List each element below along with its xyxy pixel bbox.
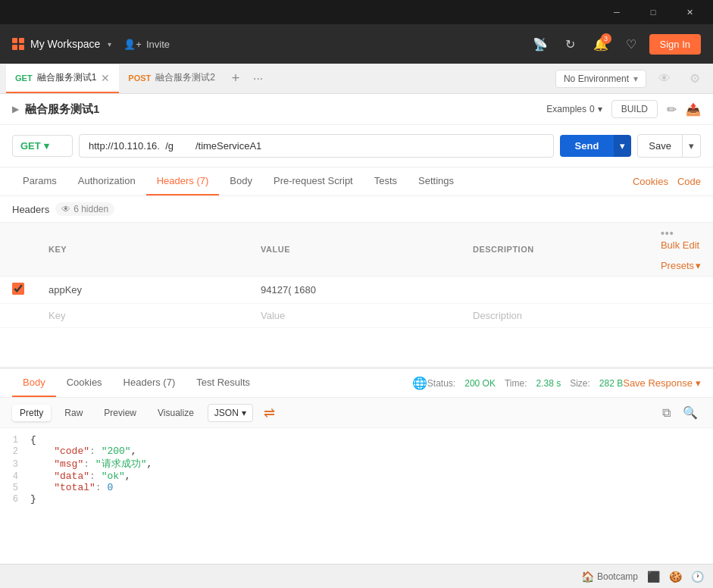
method-selector[interactable]: GET ▾: [12, 135, 73, 157]
col-check-header: [0, 223, 36, 277]
resp-tab-body[interactable]: Body: [12, 369, 56, 397]
presets-button[interactable]: Presets ▾: [661, 260, 701, 271]
console-button[interactable]: ⬛: [647, 571, 660, 583]
settings-icon-button[interactable]: ⚙: [683, 67, 707, 91]
cookie-jar-button[interactable]: 🍪: [669, 571, 682, 583]
row-desc-cell[interactable]: [461, 277, 649, 304]
edit-icon[interactable]: ✏: [667, 102, 677, 117]
format-type-label: JSON: [214, 408, 239, 418]
tab-close-icon[interactable]: ✕: [101, 73, 110, 83]
workspace-label: My Workspace: [30, 38, 100, 50]
environment-selector[interactable]: No Environment ▾: [555, 70, 646, 88]
save-dropdown-icon: ▾: [689, 140, 694, 152]
environment-chevron-icon: ▾: [633, 74, 638, 84]
bulk-edit-button[interactable]: Bulk Edit: [661, 239, 699, 251]
code-link[interactable]: Code: [677, 168, 701, 195]
more-tabs-button[interactable]: ···: [247, 69, 269, 89]
word-wrap-button[interactable]: ⇌: [259, 403, 280, 423]
workspace-icon: [12, 38, 24, 50]
row-checkbox[interactable]: [12, 283, 24, 295]
save-button[interactable]: Save: [637, 134, 683, 158]
tab-get-test1[interactable]: GET 融合服务测试1 ✕: [6, 64, 119, 93]
send-button[interactable]: Send: [560, 135, 614, 157]
tab-params[interactable]: Params: [12, 167, 67, 195]
cookies-link[interactable]: Cookies: [633, 168, 668, 195]
tab-post-test2[interactable]: POST 融合服务测试2: [119, 64, 224, 93]
request-name-toggle-icon[interactable]: ▶: [12, 104, 19, 114]
eye-icon-button[interactable]: 👁: [652, 67, 677, 91]
tab-tests[interactable]: Tests: [364, 167, 408, 195]
format-type-chevron-icon: ▾: [242, 408, 246, 418]
tab-authorization[interactable]: Authorization: [67, 167, 146, 195]
minimize-button[interactable]: ─: [599, 0, 634, 24]
headers-section: Headers 👁 6 hidden KEY VALUE DESCRIPTION…: [0, 196, 713, 367]
tab-headers[interactable]: Headers (7): [146, 167, 220, 195]
sign-in-button[interactable]: Sign In: [649, 34, 701, 55]
line-content-6: }: [30, 493, 36, 505]
tab-prerequest[interactable]: Pre-request Script: [263, 167, 364, 195]
format-preview-button[interactable]: Preview: [96, 405, 144, 421]
signal-icon-button[interactable]: 📡: [528, 32, 552, 56]
history-button[interactable]: 🕐: [691, 571, 704, 583]
headers-table: KEY VALUE DESCRIPTION ••• Bulk Edit Pres…: [0, 223, 713, 328]
resp-tab-test-results[interactable]: Test Results: [186, 369, 261, 397]
send-dropdown-icon: ▾: [620, 140, 625, 152]
new-row-key-cell[interactable]: Key: [36, 304, 249, 328]
resp-tab-headers[interactable]: Headers (7): [113, 369, 186, 397]
line-number-4: 4: [0, 471, 30, 482]
new-row-value-cell[interactable]: Value: [249, 304, 461, 328]
maximize-button[interactable]: □: [636, 0, 671, 24]
send-dropdown-button[interactable]: ▾: [614, 135, 631, 157]
new-tab-button[interactable]: +: [224, 67, 247, 90]
new-row-actions-cell: [649, 304, 713, 328]
build-button[interactable]: BUILD: [611, 100, 658, 118]
new-desc-placeholder: Description: [473, 310, 522, 321]
environment-label: No Environment: [564, 74, 629, 84]
heart-icon: ♡: [626, 37, 636, 52]
eye-hidden-icon: 👁: [61, 204, 70, 214]
heart-icon-button[interactable]: ♡: [619, 32, 643, 56]
invite-button[interactable]: 👤+ Invite: [124, 39, 170, 50]
time-value: 2.38 s: [536, 378, 561, 389]
share-icon[interactable]: 📤: [686, 102, 701, 117]
refresh-icon-button[interactable]: ↻: [558, 32, 583, 56]
format-raw-button[interactable]: Raw: [57, 405, 90, 421]
tab-settings[interactable]: Settings: [408, 167, 464, 195]
cookie-icon: 🍪: [669, 571, 682, 583]
format-pretty-button[interactable]: Pretty: [12, 405, 51, 421]
save-response-button[interactable]: Save Response ▾: [623, 377, 701, 389]
line-content-3: "msg": "请求成功",: [30, 457, 152, 471]
close-button[interactable]: ✕: [672, 0, 707, 24]
eye-icon: 👁: [658, 72, 671, 86]
line-number-6: 6: [0, 494, 30, 505]
line-number-5: 5: [0, 483, 30, 493]
size-label: Size:: [570, 378, 590, 389]
hidden-headers-toggle[interactable]: 👁 6 hidden: [55, 202, 114, 216]
new-row-desc-cell[interactable]: Description: [461, 304, 649, 328]
history-icon: 🕐: [691, 571, 704, 583]
examples-button[interactable]: Examples 0 ▾: [546, 104, 602, 114]
row-key-cell[interactable]: appKey: [36, 277, 249, 304]
col-value-header: VALUE: [249, 223, 461, 277]
table-row-new: Key Value Description: [0, 304, 713, 328]
tab-name-1: 融合服务测试1: [37, 71, 97, 84]
copy-button[interactable]: ⧉: [659, 403, 674, 423]
format-visualize-button[interactable]: Visualize: [150, 405, 202, 421]
bell-icon-button[interactable]: 🔔 3: [589, 32, 613, 56]
workspace-button[interactable]: My Workspace ▾: [12, 38, 111, 50]
examples-label: Examples: [546, 104, 586, 114]
search-response-button[interactable]: 🔍: [680, 402, 701, 423]
globe-icon: 🌐: [412, 376, 427, 390]
save-dropdown-button[interactable]: ▾: [683, 134, 701, 158]
request-tabs: Params Authorization Headers (7) Body Pr…: [0, 167, 713, 196]
format-type-selector[interactable]: JSON ▾: [208, 404, 253, 422]
url-input[interactable]: [79, 134, 554, 158]
resp-tab-cookies[interactable]: Cookies: [56, 369, 113, 397]
method-chevron-icon: ▾: [44, 140, 49, 152]
col-options-icon[interactable]: •••: [661, 227, 674, 239]
workspace-chevron-icon: ▾: [108, 40, 111, 48]
main-area: GET 融合服务测试1 ✕ POST 融合服务测试2 + ··· No Envi…: [0, 64, 713, 588]
row-value-cell[interactable]: 94127( 1680: [249, 277, 461, 304]
tab-body[interactable]: Body: [219, 167, 263, 195]
bootcamp-button[interactable]: 🏠 Bootcamp: [581, 571, 638, 583]
